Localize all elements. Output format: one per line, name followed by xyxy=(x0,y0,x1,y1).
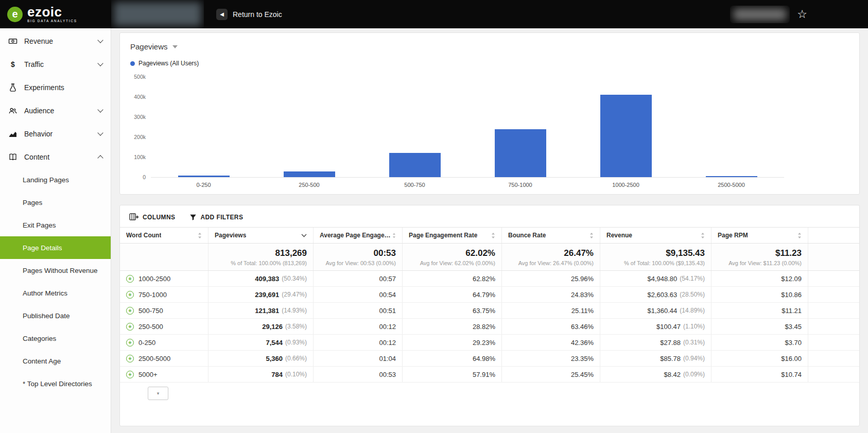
cell-engaged-time: 00:12 xyxy=(313,335,402,350)
expand-row-icon[interactable]: + xyxy=(126,291,134,299)
sidebar-item-pages[interactable]: Pages xyxy=(0,191,111,214)
logo-text: ezoic xyxy=(27,5,77,19)
y-tick-label: 200k xyxy=(134,134,146,140)
table-row[interactable]: +250-50029,126(3.58%)00:1228.82%63.46%$1… xyxy=(120,319,859,335)
row-filler xyxy=(808,335,859,350)
star-favorite-icon[interactable]: ☆ xyxy=(797,9,807,20)
cell-revenue: $85.78(0.94%) xyxy=(600,351,711,366)
cell-revenue: $27.88(0.31%) xyxy=(600,335,711,350)
audience-icon xyxy=(8,106,18,115)
summary-engagement-rate: 62.02% Avg for View: 62.02% (0.00%) xyxy=(402,244,501,270)
summary-page-rpm: $11.23 Avg for View: $11.23 (0.00%) xyxy=(711,244,808,270)
table-card: COLUMNS ADD FILTERS Word CountPageviewsA… xyxy=(119,205,860,426)
chart-bar[interactable] xyxy=(600,95,652,177)
table-header-row: Word CountPageviewsAverage Page Engaged … xyxy=(120,227,859,244)
return-to-ezoic-button[interactable]: ◀ Return to Ezoic xyxy=(216,9,282,20)
column-header-bounce-rate[interactable]: Bounce Rate xyxy=(501,228,600,243)
chart-bar[interactable] xyxy=(284,171,335,177)
sidebar-item-author-metrics[interactable]: Author Metrics xyxy=(0,282,111,304)
row-filler xyxy=(808,271,859,286)
cell-word-count: +750-1000 xyxy=(120,287,208,302)
sidebar-item-categories[interactable]: Categories xyxy=(0,327,111,350)
cell-word-count: +1000-2500 xyxy=(120,271,208,286)
page-size-select[interactable]: ▾ xyxy=(148,387,168,400)
sidebar-item-landing-pages[interactable]: Landing Pages xyxy=(0,168,111,191)
cell-pageviews: 121,381(14.93%) xyxy=(208,303,313,318)
chevron-down-icon xyxy=(97,37,103,43)
expand-row-icon[interactable]: + xyxy=(126,371,134,378)
chart-bar[interactable] xyxy=(389,153,441,177)
cell-bounce-rate: 42.36% xyxy=(501,335,600,350)
summary-word-count xyxy=(120,244,208,270)
table-row[interactable]: +0-2507,544(0.93%)00:1229.23%42.36%$27.8… xyxy=(120,335,859,351)
top-header: e ezoic BIG DATA ANALYTICS ◀ Return to E… xyxy=(0,0,868,28)
table-row[interactable]: +500-750121,381(14.93%)00:5163.75%25.11%… xyxy=(120,303,859,319)
cell-page-rpm: $10.74 xyxy=(711,367,808,382)
cell-bounce-rate: 63.46% xyxy=(501,319,600,334)
column-header-pageviews[interactable]: Pageviews xyxy=(208,228,313,243)
expand-row-icon[interactable]: + xyxy=(126,355,134,362)
back-arrow-icon: ◀ xyxy=(216,9,228,20)
table-row[interactable]: +2500-50005,360(0.66%)01:0464.98%23.35%$… xyxy=(120,351,859,367)
cell-word-count: +500-750 xyxy=(120,303,208,318)
expand-row-icon[interactable]: + xyxy=(126,307,134,315)
sidebar-item-traffic[interactable]: $Traffic xyxy=(0,53,111,76)
table-row[interactable]: +750-1000239,691(29.47%)00:5464.79%24.83… xyxy=(120,287,859,303)
sidebar-item-behavior[interactable]: Behavior xyxy=(0,122,111,145)
expand-row-icon[interactable]: + xyxy=(126,339,134,347)
chart-bar[interactable] xyxy=(178,176,230,177)
x-tick-label: 1000-2500 xyxy=(573,178,679,188)
column-header-page-engagement-rate[interactable]: Page Engagement Rate xyxy=(402,228,501,243)
column-header-page-rpm[interactable]: Page RPM xyxy=(711,228,808,243)
cell-revenue: $8.42(0.09%) xyxy=(600,367,711,382)
sort-both-icon xyxy=(701,232,705,239)
sidebar-item-top-level-directories[interactable]: * Top Level Directories xyxy=(0,372,111,395)
sort-both-icon xyxy=(491,232,495,239)
cell-revenue: $4,948.80(54.17%) xyxy=(600,271,711,286)
column-header-revenue[interactable]: Revenue xyxy=(600,228,711,243)
table-row[interactable]: +1000-2500409,383(50.34%)00:5762.82%25.9… xyxy=(120,271,859,287)
column-header-average-page-engaged-time[interactable]: Average Page Engaged Time xyxy=(313,228,402,243)
sidebar: Revenue$TrafficExperimentsAudienceBehavi… xyxy=(0,28,111,433)
cell-pageviews: 29,126(3.58%) xyxy=(208,319,313,334)
y-tick-label: 300k xyxy=(134,114,146,120)
expand-row-icon[interactable]: + xyxy=(126,275,134,283)
sidebar-item-content-age[interactable]: Content Age xyxy=(0,350,111,372)
x-tick-label: 500-750 xyxy=(362,178,467,188)
summary-filler xyxy=(808,244,859,270)
sidebar-item-published-date[interactable]: Published Date xyxy=(0,304,111,327)
ezoic-logo[interactable]: e ezoic BIG DATA ANALYTICS xyxy=(0,0,111,28)
cell-pageviews: 5,360(0.66%) xyxy=(208,351,313,366)
redacted-site-name xyxy=(111,0,204,28)
sidebar-item-label: Experiments xyxy=(24,83,64,92)
sidebar-item-content[interactable]: Content xyxy=(0,145,111,168)
column-header-word-count[interactable]: Word Count xyxy=(120,228,208,243)
row-filler xyxy=(808,287,859,302)
columns-button-label: COLUMNS xyxy=(143,214,175,221)
return-to-ezoic-label: Return to Ezoic xyxy=(233,10,282,19)
add-filters-button[interactable]: ADD FILTERS xyxy=(189,214,243,221)
cell-engaged-time: 00:12 xyxy=(313,319,402,334)
sidebar-item-revenue[interactable]: Revenue xyxy=(0,29,111,53)
columns-icon xyxy=(129,213,139,221)
sidebar-item-experiments[interactable]: Experiments xyxy=(0,76,111,99)
sidebar-item-exit-pages[interactable]: Exit Pages xyxy=(0,214,111,236)
cell-page-rpm: $12.09 xyxy=(711,271,808,286)
chart-bar[interactable] xyxy=(706,176,757,177)
content-icon xyxy=(8,152,18,162)
svg-text:$: $ xyxy=(11,60,15,68)
columns-button[interactable]: COLUMNS xyxy=(129,213,175,221)
cell-engagement-rate: 64.79% xyxy=(402,287,501,302)
sidebar-item-page-details[interactable]: Page Details xyxy=(0,236,111,259)
x-tick-label: 750-1000 xyxy=(467,178,573,188)
cell-engagement-rate: 62.82% xyxy=(402,271,501,286)
sidebar-item-audience[interactable]: Audience xyxy=(0,99,111,122)
sidebar-item-pages-without-revenue[interactable]: Pages Without Revenue xyxy=(0,259,111,282)
metric-selector-dropdown[interactable]: Pageviews xyxy=(130,42,178,51)
cell-revenue: $1,360.44(14.89%) xyxy=(600,303,711,318)
chart-bar[interactable] xyxy=(495,129,546,177)
expand-row-icon[interactable]: + xyxy=(126,323,134,331)
table-row[interactable]: +5000+784(0.10%)00:5357.91%25.45%$8.42(0… xyxy=(120,367,859,383)
sidebar-item-label: Content xyxy=(24,153,49,161)
metric-selector-label: Pageviews xyxy=(130,42,168,51)
